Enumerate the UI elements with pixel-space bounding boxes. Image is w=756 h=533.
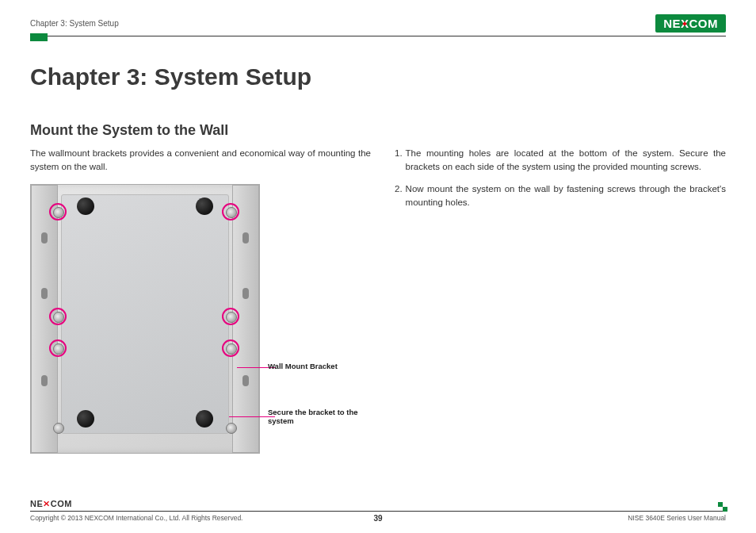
figure-container: Wall Mount Bracket Secure the bracket to…: [30, 184, 371, 454]
left-column: The wallmount brackets provides a conven…: [30, 147, 371, 454]
highlight-ring-icon: [222, 203, 239, 220]
mount-hole-icon: [242, 232, 249, 243]
section-heading: Mount the System to the Wall: [30, 122, 726, 139]
highlight-ring-icon: [49, 339, 67, 357]
step-number: 2.: [395, 182, 403, 209]
intro-text: The wallmount brackets provides a conven…: [30, 147, 371, 173]
mount-hole-icon: [242, 288, 249, 299]
highlight-ring-icon: [49, 203, 67, 220]
system-plate-icon: [61, 194, 229, 434]
list-item: 2. Now mount the system on the wall by f…: [395, 182, 726, 209]
page-title: Chapter 3: System Setup: [30, 63, 726, 90]
page-header: Chapter 3: System Setup NEXCOM: [30, 14, 726, 36]
callout-secure: Secure the bracket to the system: [268, 408, 363, 425]
mount-hole-icon: [242, 375, 249, 386]
highlight-ring-icon: [222, 308, 239, 325]
highlight-ring-icon: [222, 339, 239, 357]
copyright-text: Copyright © 2013 NEXCOM International Co…: [30, 514, 242, 522]
step-text: Now mount the system on the wall by fast…: [406, 182, 726, 209]
content-area: The wallmount brackets provides a conven…: [30, 147, 726, 454]
wallmount-figure: [30, 184, 260, 454]
manual-name: NISE 3640E Series User Manual: [628, 514, 726, 522]
accent-block-icon: [30, 33, 48, 41]
mount-hole-icon: [41, 232, 48, 243]
page-number: 39: [373, 514, 382, 523]
step-text: The mounting holes are located at the bo…: [406, 147, 726, 173]
corner-accent-icon: [718, 502, 727, 512]
breadcrumb: Chapter 3: System Setup: [30, 19, 119, 28]
highlight-ring-icon: [49, 308, 67, 325]
footer-brand-logo: NE⨯COM: [30, 499, 72, 509]
callout-bracket: Wall Mount Bracket: [268, 362, 338, 370]
brand-logo: NEXCOM: [655, 14, 726, 33]
figure-callouts: Wall Mount Bracket Secure the bracket to…: [268, 184, 371, 454]
mount-hole-icon: [41, 288, 48, 299]
list-item: 1. The mounting holes are located at the…: [395, 147, 726, 173]
step-list: 1. The mounting holes are located at the…: [395, 147, 726, 209]
step-number: 1.: [395, 147, 403, 173]
page-footer: NE⨯COM Copyright © 2013 NEXCOM Internati…: [30, 511, 726, 522]
mount-hole-icon: [41, 375, 48, 386]
right-column: 1. The mounting holes are located at the…: [395, 147, 726, 454]
